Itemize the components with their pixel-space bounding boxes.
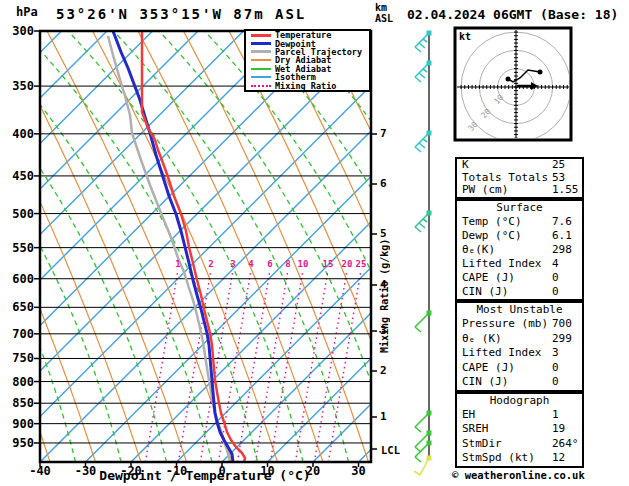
km-axis-unit: km <box>375 2 387 13</box>
panel-row-label: SREH <box>462 422 489 435</box>
panel-row-value: 298 <box>552 243 572 257</box>
panel-row: CIN (J)0 <box>457 285 582 299</box>
panel-row-label: CAPE (J) <box>462 361 515 374</box>
panel-row: StmDir264° <box>457 437 582 451</box>
mixing-ratio-tick-label: 8 <box>285 259 290 269</box>
panel-row-value: 1.55 <box>552 184 579 197</box>
panel-row-value: 0 <box>552 271 559 285</box>
panel-row-value: 0 <box>552 375 559 389</box>
pressure-tick-label: 450 <box>2 169 34 183</box>
mixing-ratio-tick-label: 20 <box>342 259 353 269</box>
panel-row: Lifted Index4 <box>457 257 582 271</box>
plot-border <box>40 31 371 462</box>
legend-item-label: Mixing Ratio <box>275 82 336 90</box>
panel-row-label: Lifted Index <box>462 346 541 359</box>
panel-row-value: 12 <box>552 451 565 465</box>
most-unstable-panel: Most UnstablePressure (mb)700θₑ (K)299Li… <box>455 301 584 392</box>
panel-row-value: 25 <box>552 159 565 172</box>
pressure-tick-label: 300 <box>2 24 34 38</box>
sounding-screenshot: hPa 53°26'N 353°15'W 87m ASL 02.04.2024 … <box>0 0 629 486</box>
panel-row: CAPE (J)0 <box>457 271 582 285</box>
mixing-ratio-axis-label: Mixing Ratio (g/kg) <box>379 228 390 353</box>
panel-row-label: Pressure (mb) <box>462 317 548 330</box>
mixing-ratio-tick-label: 15 <box>323 259 334 269</box>
panel-row: CIN (J)0 <box>457 375 582 389</box>
panel-row: CAPE (J)0 <box>457 361 582 375</box>
panel-row-label: Dewp (°C) <box>462 229 522 242</box>
pressure-tick-label: 500 <box>2 207 34 221</box>
panel-row-value: 7.6 <box>552 215 572 229</box>
km-tick-label: 6 <box>380 177 387 190</box>
mixing-ratio-tick-label: 1 <box>175 259 180 269</box>
temperature-tick-label: -40 <box>18 464 62 478</box>
legend-color-sample-icon <box>251 68 271 70</box>
pressure-axis-unit: hPa <box>16 5 38 19</box>
indices-panel: K25Totals Totals53PW (cm)1.55 <box>455 157 584 199</box>
mixing-ratio-tick-label: 25 <box>356 259 367 269</box>
legend-color-sample-icon <box>251 50 271 53</box>
pressure-tick-label: 350 <box>2 79 34 93</box>
panel-row-value: 4 <box>552 257 559 271</box>
panel-row-value: 264° <box>552 437 579 451</box>
panel-row-label: StmSpd (kt) <box>462 451 535 464</box>
panel-row-value: 1 <box>552 408 559 422</box>
pressure-tick-label: 650 <box>2 300 34 314</box>
panel-row: SREH19 <box>457 422 582 436</box>
panel-row-value: 0 <box>552 285 559 299</box>
pressure-tick-label: 700 <box>2 327 34 341</box>
credit-footer: © weatheronline.co.uk <box>452 469 585 481</box>
panel-row-label: K <box>462 158 469 171</box>
panel-row: Pressure (mb)700 <box>457 317 582 331</box>
panel-row-label: StmDir <box>462 437 502 450</box>
panel-row-value: 299 <box>552 332 572 346</box>
km-tick-label: 2 <box>380 364 387 377</box>
legend-item-label: Temperature <box>275 31 331 39</box>
panel-row: Dewp (°C)6.1 <box>457 229 582 243</box>
legend-color-sample-icon <box>251 76 271 78</box>
panel-row: θₑ (K)299 <box>457 332 582 346</box>
plot-frame <box>40 31 371 462</box>
wind-barb-column <box>414 31 432 476</box>
axis-ticks <box>34 31 377 467</box>
surface-panel: SurfaceTemp (°C)7.6Dewp (°C)6.1θₑ(K)298L… <box>455 199 584 301</box>
mixing-ratio-tick-label: 10 <box>298 259 309 269</box>
panel-row-label: CAPE (J) <box>462 271 515 284</box>
km-tick-label: 7 <box>380 127 387 140</box>
asl-axis-unit: ASL <box>375 13 393 24</box>
x-axis-label: Dewpoint / Temperature (°C) <box>65 468 345 483</box>
legend-item-label: Isotherm <box>275 73 316 81</box>
panel-row-label: EH <box>462 408 475 421</box>
legend-color-sample-icon <box>251 42 271 45</box>
panel-title: Hodograph <box>457 394 582 408</box>
legend-color-sample-icon <box>251 85 271 87</box>
hodograph-unit-label: kt <box>459 31 471 42</box>
curve-parcel-trajectory <box>108 36 230 462</box>
panel-row: EH1 <box>457 408 582 422</box>
panel-row: StmSpd (kt)12 <box>457 451 582 465</box>
mixing-ratio-tick-label: 3 <box>230 259 235 269</box>
panel-row-label: CIN (J) <box>462 285 508 298</box>
pressure-tick-label: 550 <box>2 241 34 255</box>
panel-title: Surface <box>457 201 582 215</box>
panel-row-value: 0 <box>552 361 559 375</box>
panel-row-value: 700 <box>552 317 572 331</box>
panel-row-label: θₑ(K) <box>462 243 495 256</box>
pressure-tick-label: 600 <box>2 272 34 286</box>
hodograph-stats-panel: HodographEH1SREH19StmDir264°StmSpd (kt)1… <box>455 392 584 468</box>
datetime-title: 02.04.2024 06GMT (Base: 18) <box>407 7 618 22</box>
panel-row: PW (cm)1.55 <box>457 184 582 197</box>
legend-color-sample-icon <box>251 59 271 61</box>
mixing-ratio-tick-label: 6 <box>267 259 272 269</box>
mixing-ratio-lines <box>145 270 361 462</box>
panel-row: Lifted Index3 <box>457 346 582 360</box>
panel-row: Temp (°C)7.6 <box>457 215 582 229</box>
pressure-tick-label: 800 <box>2 375 34 389</box>
pressure-tick-label: 950 <box>2 436 34 450</box>
km-tick-label: 1 <box>380 410 387 423</box>
panel-row-value: 19 <box>552 422 565 436</box>
station-title: 53°26'N 353°15'W 87m ASL <box>56 6 306 22</box>
legend-color-sample-icon <box>251 34 271 37</box>
pressure-tick-label: 750 <box>2 351 34 365</box>
pressure-tick-label: 850 <box>2 396 34 410</box>
panel-row: θₑ(K)298 <box>457 243 582 257</box>
